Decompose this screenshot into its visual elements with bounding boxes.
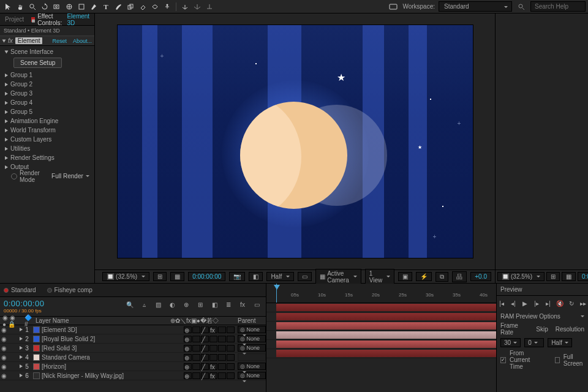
fast-previews-icon[interactable]: ⚡ [416, 272, 432, 281]
render-mode-row[interactable]: Render Mode Full Render [0, 172, 94, 181]
layer-row[interactable]: ◉ 6 [Nick Risinger - Milky Way.jpg] ⊕╱ f… [0, 371, 266, 380]
snapping-icon[interactable] [388, 1, 399, 12]
timeline-current-time[interactable]: 0:00:00:00 [4, 299, 44, 308]
ram-preview-icon[interactable]: ▸▸ [579, 299, 588, 308]
play-icon[interactable]: ▶ [521, 299, 530, 308]
visibility-icon[interactable]: ◉ [0, 345, 7, 352]
track-row[interactable] [266, 303, 496, 312]
visibility-icon[interactable]: ◉ [0, 336, 7, 342]
group-row[interactable]: Group 1 [0, 70, 94, 80]
layer-name[interactable]: [Royal Blue Solid 2] [42, 336, 184, 342]
zoom-tool-icon[interactable] [27, 1, 38, 12]
pen-tool-icon[interactable] [88, 1, 99, 12]
comp-mini-flowchart-icon[interactable]: ▵ [138, 299, 149, 310]
visibility-icon[interactable]: ◉ [0, 363, 7, 370]
timeline-tab-standard[interactable]: Standard [4, 287, 36, 293]
roi-icon[interactable]: ▭ [298, 272, 312, 281]
section-row[interactable]: Animation Engine [0, 116, 94, 126]
layer-row[interactable]: ◉ 5 [Horizon] ⊕╱ fx ◎ None [0, 362, 266, 371]
group-row[interactable]: Group 3 [0, 89, 94, 98]
layer-row[interactable]: ◉ 4 Standard Camera ⊕╱ [0, 353, 266, 362]
visibility-icon[interactable]: ◉ [0, 372, 7, 379]
last-frame-icon[interactable]: ▸| [544, 299, 553, 308]
track-row[interactable] [266, 349, 496, 358]
puppet-tool-icon[interactable] [162, 1, 173, 12]
parent-dropdown[interactable]: ◎ None [238, 372, 266, 379]
project-tab[interactable]: Project [5, 16, 24, 23]
current-time-2[interactable]: 0:00:00:00 [578, 272, 588, 281]
section-row[interactable]: Custom Layers [0, 135, 94, 144]
hand-tool-icon[interactable] [15, 1, 26, 12]
effect-about[interactable]: About... [73, 38, 92, 44]
clone-tool-icon[interactable] [125, 1, 136, 12]
current-time[interactable]: 0:00:00:00 [188, 272, 225, 281]
scene-setup-button[interactable]: Scene Setup [13, 58, 62, 68]
effect-reset[interactable]: Reset [53, 38, 67, 44]
visibility-icon[interactable]: ◉ [0, 354, 7, 361]
render-mode-value[interactable]: Full Render [51, 173, 94, 179]
layer-row[interactable]: ◉ 2 [Royal Blue Solid 2] ⊕╱ ◎ None [0, 334, 266, 344]
track-row[interactable] [266, 312, 496, 322]
resolution-dropdown[interactable]: Half [266, 272, 294, 281]
snapshot-icon[interactable]: 📷 [229, 272, 245, 281]
layer-row[interactable]: ◉ 1 [Element 3D] ⊕╱ fx ◎ None [0, 325, 266, 334]
resolution-toggle-icon[interactable]: ⊞ [153, 272, 167, 281]
workspace-dropdown[interactable]: Standard [439, 1, 512, 12]
layer-name[interactable]: [Red Solid 3] [42, 345, 184, 352]
layer-name[interactable]: Standard Camera [42, 354, 184, 361]
effect-controls-tab[interactable]: Effect Controls: [37, 13, 64, 26]
visibility-icon[interactable]: ◉ [0, 326, 7, 333]
timeline-icon[interactable]: ⧉ [435, 272, 448, 282]
prev-frame-icon[interactable]: ◂| [509, 299, 518, 308]
preview-resolution[interactable]: Half [548, 338, 572, 347]
scene-interface-group[interactable]: Scene Interface [0, 47, 94, 56]
layer-color-swatch[interactable] [33, 363, 40, 370]
channel-icon[interactable]: ◧ [249, 272, 263, 281]
preview-skip[interactable]: 0 [524, 338, 544, 347]
from-current-time-checkbox[interactable]: ✓ [500, 357, 506, 363]
layer-name[interactable]: [Element 3D] [42, 326, 184, 333]
full-screen-checkbox[interactable] [555, 357, 559, 363]
search-help-input[interactable] [530, 1, 586, 12]
mute-icon[interactable]: 🔇 [556, 299, 565, 308]
text-tool-icon[interactable]: T [100, 1, 111, 12]
composition-canvas[interactable]: ★★ +++ [118, 25, 473, 258]
first-frame-icon[interactable]: |◂ [497, 299, 507, 308]
exposure-value[interactable]: +0.0 [470, 272, 491, 281]
section-row[interactable]: Render Settings [0, 153, 94, 162]
camera-tool-icon[interactable] [51, 1, 62, 12]
next-frame-icon[interactable]: |▸ [532, 299, 541, 308]
layer-color-swatch[interactable] [33, 372, 40, 379]
view-axis-icon[interactable] [204, 1, 215, 12]
layer-color-swatch[interactable] [33, 326, 40, 333]
brush-tool-icon[interactable] [113, 1, 124, 12]
local-axis-icon[interactable] [179, 1, 190, 12]
group-row[interactable]: Group 5 [0, 107, 94, 116]
draft3d-icon[interactable]: ▧ [153, 299, 164, 310]
timeline-tab-fisheye[interactable]: Fisheye comp [47, 287, 92, 293]
parent-dropdown[interactable]: ◎ None [238, 326, 266, 333]
search-icon[interactable]: 🔍 [124, 299, 135, 310]
views-dropdown[interactable]: 1 View [365, 269, 395, 285]
group-row[interactable]: Group 2 [0, 80, 94, 89]
roto-tool-icon[interactable] [149, 1, 160, 12]
world-axis-icon[interactable] [192, 1, 203, 12]
layer-color-swatch[interactable] [33, 345, 40, 352]
grid-icon[interactable]: ▦ [170, 272, 184, 281]
effect-header[interactable]: fx Element Reset About... [0, 36, 94, 46]
selection-tool-icon[interactable] [2, 1, 13, 12]
group-row[interactable]: Group 4 [0, 98, 94, 107]
section-row[interactable]: World Transform [0, 126, 94, 135]
parent-dropdown[interactable]: ◎ None [238, 363, 266, 370]
flowchart-icon[interactable]: 品 [452, 271, 467, 282]
playhead[interactable] [276, 284, 277, 303]
layer-name[interactable]: [Nick Risinger - Milky Way.jpg] [42, 372, 184, 379]
track-row[interactable] [266, 340, 496, 349]
anchor-tool-icon[interactable] [64, 1, 75, 12]
section-row[interactable]: Utilities [0, 144, 94, 153]
layer-name[interactable]: [Horizon] [42, 363, 184, 370]
track-row[interactable] [266, 331, 496, 340]
rect-tool-icon[interactable] [76, 1, 87, 12]
timeline-tracks[interactable]: 05s10s15s20s25s30s35s40s [266, 284, 496, 392]
parent-dropdown[interactable]: ◎ None [238, 344, 266, 352]
